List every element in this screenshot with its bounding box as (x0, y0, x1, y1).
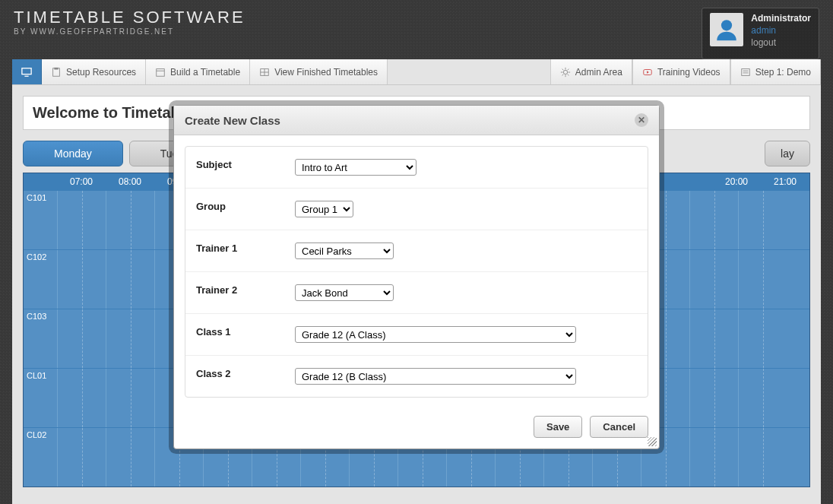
form-table: Subject Intro to Art Group Group 1 Train… (185, 146, 648, 398)
form-row-trainer1: Trainer 1 Cecil Parks (185, 230, 648, 272)
trainer2-select[interactable]: Jack Bond (295, 284, 394, 301)
logo: TIMETABLE SOFTWARE BY WWW.GEOFFPARTRIDGE… (14, 8, 245, 59)
user-name: Administrator (751, 13, 811, 24)
subject-label: Subject (196, 159, 295, 176)
modal-backdrop: Create New Class ✕ Subject Intro to Art … (12, 59, 821, 504)
logout-link[interactable]: logout (751, 37, 811, 48)
close-icon[interactable]: ✕ (635, 113, 648, 127)
avatar (710, 13, 743, 46)
class1-select[interactable]: Grade 12 (A Class) (295, 326, 576, 343)
user-icon (714, 17, 740, 43)
save-button[interactable]: Save (534, 416, 582, 438)
logo-title: TIMETABLE SOFTWARE (14, 8, 245, 27)
modal-title-bar: Create New Class ✕ (174, 106, 659, 135)
logo-subtitle: BY WWW.GEOFFPARTRIDGE.NET (14, 27, 245, 36)
create-class-modal: Create New Class ✕ Subject Intro to Art … (173, 105, 660, 449)
form-row-group: Group Group 1 (185, 189, 648, 230)
subject-select[interactable]: Intro to Art (295, 159, 416, 176)
group-select[interactable]: Group 1 (295, 201, 353, 217)
user-text: Administrator admin logout (751, 13, 811, 48)
class1-label: Class 1 (196, 326, 295, 343)
topbar: TIMETABLE SOFTWARE BY WWW.GEOFFPARTRIDGE… (0, 0, 833, 59)
form-row-subject: Subject Intro to Art (185, 147, 648, 189)
trainer2-label: Trainer 2 (196, 284, 295, 301)
user-panel: Administrator admin logout (702, 8, 819, 59)
trainer1-label: Trainer 1 (196, 242, 295, 259)
form-row-trainer2: Trainer 2 Jack Bond (185, 272, 648, 314)
group-label: Group (196, 201, 295, 217)
trainer1-select[interactable]: Cecil Parks (295, 242, 394, 259)
modal-footer: Save Cancel (174, 408, 659, 449)
class2-label: Class 2 (196, 368, 295, 385)
modal-title: Create New Class (185, 114, 280, 127)
user-login[interactable]: admin (751, 25, 811, 36)
modal-body: Subject Intro to Art Group Group 1 Train… (174, 135, 659, 408)
form-row-class2: Class 2 Grade 12 (B Class) (185, 356, 648, 397)
content: Setup Resources Build a Timetable View F… (12, 59, 821, 504)
svg-point-0 (721, 20, 732, 30)
class2-select[interactable]: Grade 12 (B Class) (295, 368, 576, 385)
cancel-button[interactable]: Cancel (590, 416, 648, 438)
form-row-class1: Class 1 Grade 12 (A Class) (185, 314, 648, 356)
